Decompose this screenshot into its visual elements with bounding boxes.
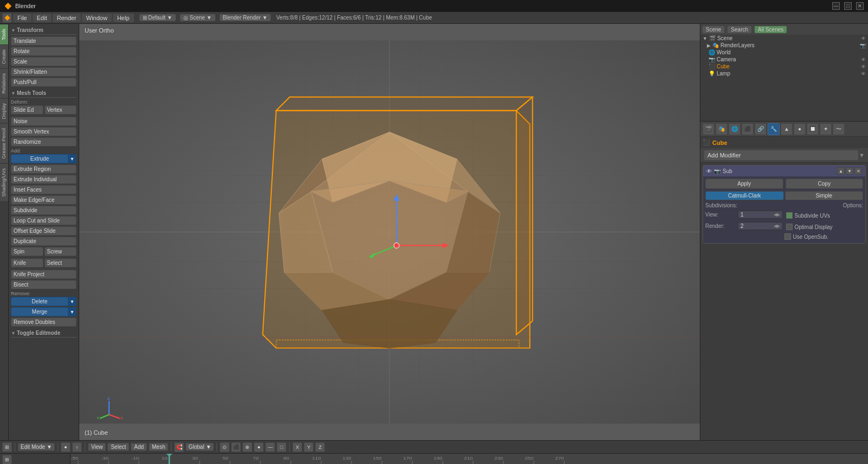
side-tab-relations[interactable]: Relations bbox=[0, 68, 8, 98]
window-menu[interactable]: Window bbox=[82, 14, 112, 22]
edit-menu[interactable]: Edit bbox=[33, 14, 52, 22]
constraint-icon[interactable]: 🔗 bbox=[755, 123, 767, 135]
modifier-x-icon[interactable]: ✕ bbox=[854, 167, 862, 175]
inset-faces-button[interactable]: Inset Faces bbox=[11, 185, 76, 194]
shrink-flatten-button[interactable]: Shrink/Flatten bbox=[11, 67, 76, 77]
add-modifier-button[interactable]: Add Modifier bbox=[704, 150, 859, 161]
select-button[interactable]: Select bbox=[44, 258, 77, 268]
extrude-button[interactable]: Extrude bbox=[11, 154, 68, 163]
file-menu[interactable]: File bbox=[13, 14, 31, 22]
remove-doubles-button[interactable]: Remove Doubles bbox=[11, 317, 76, 327]
copy-button[interactable]: Copy bbox=[786, 179, 864, 189]
simple-tab[interactable]: Simple bbox=[785, 191, 864, 200]
side-tab-greasepencil[interactable]: Grease Pencil bbox=[0, 123, 8, 163]
outliner-item-camera[interactable]: 📷 Camera 👁 bbox=[700, 56, 868, 63]
outliner-item-cube[interactable]: ⬛ Cube 👁 bbox=[700, 63, 868, 70]
smooth-vertex-button[interactable]: Smooth Vertex bbox=[11, 127, 76, 136]
modifier-down-icon[interactable]: ▼ bbox=[846, 167, 853, 175]
mode-selector[interactable]: Edit Mode ▼ bbox=[18, 443, 55, 451]
translate-button[interactable]: Translate bbox=[11, 36, 76, 46]
viewport-shade-icon[interactable]: ● bbox=[61, 442, 71, 452]
object-icon[interactable]: ⬛ bbox=[742, 123, 754, 135]
randomize-button[interactable]: Randomize bbox=[11, 137, 76, 147]
modifier-up-icon[interactable]: ▲ bbox=[837, 167, 845, 175]
merge-button[interactable]: Merge bbox=[11, 307, 68, 316]
limit-icon[interactable]: ⊗ bbox=[242, 442, 252, 452]
loop-cut-slide-button[interactable]: Loop Cut and Slide bbox=[11, 216, 76, 225]
subdivide-uvs-checkbox[interactable] bbox=[786, 212, 793, 219]
snap-icon[interactable]: 🧲 bbox=[174, 442, 184, 452]
spin-button[interactable]: Spin bbox=[11, 247, 43, 256]
side-tab-display[interactable]: Display bbox=[0, 98, 8, 124]
modifier-expand-icon[interactable]: ▼ bbox=[859, 152, 865, 158]
view-button[interactable]: View bbox=[88, 443, 106, 451]
slide-edge-button[interactable]: Slide Ed bbox=[11, 105, 43, 115]
catmull-clark-tab[interactable]: Catmull-Clark bbox=[705, 191, 784, 200]
proportional-icon[interactable]: ⊙ bbox=[220, 442, 229, 452]
physics-icon[interactable]: 〜 bbox=[833, 123, 845, 135]
scale-button[interactable]: Scale bbox=[11, 57, 76, 66]
material-icon[interactable]: ● bbox=[794, 123, 806, 135]
outliner-item-lamp[interactable]: 💡 Lamp 👁 bbox=[700, 70, 868, 77]
mirror-y-icon[interactable]: Y bbox=[304, 442, 314, 452]
occlude-icon[interactable]: ⬛ bbox=[231, 442, 241, 452]
outliner-tab-scene[interactable]: Scene bbox=[703, 26, 724, 33]
view-stepper[interactable]: ◀▶ bbox=[774, 212, 780, 217]
outliner-tab-search[interactable]: Search bbox=[727, 26, 751, 33]
outliner-item-world[interactable]: 🌐 World bbox=[700, 49, 868, 56]
camera-eye-icon[interactable]: 👁 bbox=[861, 57, 866, 62]
extrude-arrow[interactable]: ▼ bbox=[68, 154, 76, 163]
face-select-icon[interactable]: □ bbox=[277, 442, 286, 452]
knife-button[interactable]: Knife bbox=[11, 258, 43, 268]
outliner-tab-allscenes[interactable]: All Scenes bbox=[755, 26, 787, 33]
outliner-item-renderlayers[interactable]: ▶ 🎭 RenderLayers 📷 bbox=[700, 42, 868, 49]
view-value[interactable]: 1 ◀▶ bbox=[738, 211, 783, 219]
cube-eye-icon[interactable]: 👁 bbox=[861, 64, 866, 69]
edge-select-icon[interactable]: — bbox=[265, 442, 275, 452]
timeline-inner[interactable]: -50 -30 -10 10 30 50 70 90 110 130 bbox=[71, 454, 868, 464]
render-stepper[interactable]: ◀▶ bbox=[774, 224, 780, 228]
close-button[interactable]: ✕ bbox=[856, 2, 864, 10]
modifier-icon[interactable]: 🔧 bbox=[768, 123, 780, 135]
extrude-individual-button[interactable]: Extrude Individual bbox=[11, 175, 76, 184]
side-tab-shading[interactable]: Shading/UVs bbox=[0, 163, 8, 201]
editor-type-icon[interactable]: ⊞ bbox=[2, 442, 12, 452]
scene-eye-icon[interactable]: 👁 bbox=[861, 36, 866, 41]
apply-button[interactable]: Apply bbox=[705, 179, 783, 189]
screw-button[interactable]: Screw bbox=[44, 247, 77, 256]
add-button-toolbar[interactable]: Add bbox=[131, 443, 147, 451]
workspace-selector[interactable]: ⊞ Default ▼ bbox=[139, 14, 176, 21]
mesh-button-toolbar[interactable]: Mesh bbox=[149, 443, 168, 451]
make-edge-face-button[interactable]: Make Edge/Face bbox=[11, 195, 76, 205]
delete-button[interactable]: Delete bbox=[11, 297, 68, 306]
noise-button[interactable]: Noise bbox=[11, 117, 76, 126]
particles-icon[interactable]: ✦ bbox=[820, 123, 832, 135]
delete-arrow[interactable]: ▼ bbox=[68, 297, 76, 306]
subdivide-button[interactable]: Subdivide bbox=[11, 206, 76, 215]
viewport[interactable]: User Ortho bbox=[79, 24, 700, 440]
transform-orientation[interactable]: Global ▼ bbox=[186, 443, 214, 451]
render-icon[interactable]: 🎬 bbox=[703, 123, 714, 135]
lamp-eye-icon[interactable]: 👁 bbox=[861, 71, 866, 77]
minimize-button[interactable]: — bbox=[832, 2, 840, 10]
titlebar-controls[interactable]: — □ ✕ bbox=[832, 2, 864, 10]
texture-icon[interactable]: 🔲 bbox=[807, 123, 819, 135]
viewport-wire-icon[interactable]: ○ bbox=[72, 442, 82, 452]
rotate-button[interactable]: Rotate bbox=[11, 47, 76, 56]
use-opensub-checkbox[interactable] bbox=[784, 233, 791, 240]
maximize-button[interactable]: □ bbox=[844, 2, 852, 10]
render-value[interactable]: 2 ◀▶ bbox=[738, 222, 783, 230]
data-icon[interactable]: ▲ bbox=[781, 123, 793, 135]
help-menu[interactable]: Help bbox=[113, 14, 134, 22]
duplicate-button[interactable]: Duplicate bbox=[11, 237, 76, 246]
vertex-button[interactable]: Vertex bbox=[44, 105, 77, 115]
select-button-toolbar[interactable]: Select bbox=[107, 443, 129, 451]
timeline-editor-icon[interactable]: ⊞ bbox=[2, 455, 12, 465]
mirror-z-icon[interactable]: Z bbox=[315, 442, 325, 452]
optimal-display-checkbox[interactable] bbox=[786, 224, 793, 230]
merge-arrow[interactable]: ▼ bbox=[68, 307, 76, 316]
offset-edge-slide-button[interactable]: Offset Edge Slide bbox=[11, 226, 76, 236]
renderer-selector[interactable]: Blender Render ▼ bbox=[220, 14, 271, 21]
bisect-button[interactable]: Bisect bbox=[11, 280, 76, 289]
outliner-item-scene[interactable]: ▼ 🎬 Scene 👁 bbox=[700, 35, 868, 42]
